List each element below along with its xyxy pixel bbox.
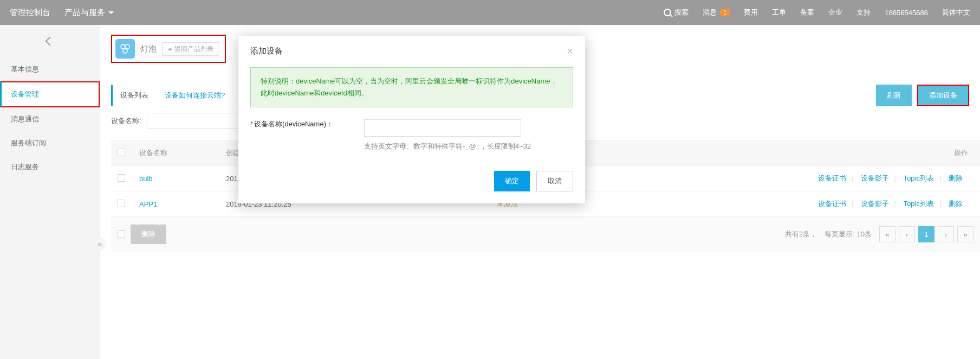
nav-ticket[interactable]: 工单 <box>772 8 786 17</box>
page-next[interactable]: › <box>938 226 954 242</box>
op-delete[interactable]: 删除 <box>949 200 963 208</box>
products-label: 产品与服务 <box>64 8 105 18</box>
modal-title: 添加设备 <box>250 46 283 56</box>
cancel-button[interactable]: 取消 <box>536 171 573 191</box>
back-label: 返回产品列表 <box>174 44 213 54</box>
products-menu[interactable]: 产品与服务 <box>64 8 114 18</box>
op-topic[interactable]: Topic列表 <box>904 200 934 208</box>
link-how-to-connect[interactable]: 设备如何连接云端? <box>165 91 225 100</box>
row-checkbox[interactable] <box>118 200 125 207</box>
caret-down-icon <box>108 11 114 14</box>
topbar: 管理控制台 产品与服务 搜索 消息 1 费用 工单 备案 企业 支持 18656… <box>0 0 980 25</box>
table-footer: 删除 共有2条， 每页显示: 10条 « ‹ 1 › » <box>111 217 980 252</box>
row-ops: 设备证书| 设备影子| Topic列表| 删除 <box>746 174 973 183</box>
chevron-left-icon <box>46 37 55 46</box>
refresh-button[interactable]: 刷新 <box>876 85 912 106</box>
col-ops-header: 操作 <box>746 148 973 158</box>
add-device-modal: 添加设备 × 特别说明：deviceName可以为空，当为空时，阿里云会颁发全局… <box>238 36 585 203</box>
col-name-header: 设备名称 <box>139 148 226 158</box>
device-name-input[interactable] <box>364 119 521 137</box>
device-name-label: *设备名称(deviceName)： <box>250 119 364 137</box>
close-icon[interactable]: × <box>567 46 573 56</box>
language-switch[interactable]: 简体中文 <box>942 8 970 17</box>
confirm-button[interactable]: 确定 <box>494 171 530 191</box>
page-last[interactable]: » <box>957 226 973 242</box>
product-header: 灯泡 返回产品列表 <box>111 35 226 63</box>
svg-point-1 <box>125 44 129 49</box>
sidebar-back-button[interactable] <box>0 25 100 57</box>
brand-label[interactable]: 管理控制台 <box>10 8 50 18</box>
pagination: « ‹ 1 › » <box>879 226 973 242</box>
messages-button[interactable]: 消息 1 <box>703 8 730 17</box>
add-device-button[interactable]: 添加设备 <box>917 85 969 106</box>
up-arrow-icon <box>168 48 172 50</box>
op-shadow[interactable]: 设备影子 <box>861 200 889 208</box>
device-name-link[interactable]: APP1 <box>139 200 157 208</box>
sidebar-item-device-manage[interactable]: 设备管理 <box>0 81 100 107</box>
page-prev[interactable]: ‹ <box>899 226 915 242</box>
search-button[interactable]: 搜索 <box>664 8 689 17</box>
account-phone[interactable]: 18656545686 <box>885 9 928 17</box>
svg-point-2 <box>123 49 127 53</box>
sidebar-item-message[interactable]: 消息通信 <box>0 107 100 131</box>
back-to-products-button[interactable]: 返回产品列表 <box>162 42 219 56</box>
messages-badge: 1 <box>720 9 730 16</box>
op-cert[interactable]: 设备证书 <box>818 174 846 182</box>
op-topic[interactable]: Topic列表 <box>904 174 934 182</box>
footer-select-all-checkbox[interactable] <box>118 230 125 238</box>
nav-beian[interactable]: 备案 <box>800 8 814 17</box>
device-name-hint: 支持英文字母、数字和特殊字符-_@.:，长度限制4~32 <box>364 141 537 152</box>
nav-support[interactable]: 支持 <box>856 8 871 17</box>
op-delete[interactable]: 删除 <box>949 174 963 182</box>
filter-label: 设备名称: <box>111 116 141 126</box>
nav-billing[interactable]: 费用 <box>744 8 758 17</box>
page-number[interactable]: 1 <box>918 226 934 242</box>
device-name-link[interactable]: bulb <box>139 175 153 183</box>
messages-label: 消息 <box>703 8 717 17</box>
tab-device-list[interactable]: 设备列表 <box>111 85 148 106</box>
required-marker: * <box>250 120 253 128</box>
row-checkbox[interactable] <box>118 174 125 182</box>
batch-delete-button[interactable]: 删除 <box>131 225 166 244</box>
search-label: 搜索 <box>674 8 689 17</box>
product-name: 灯泡 <box>140 44 157 54</box>
product-icon <box>115 39 135 59</box>
search-icon <box>664 9 671 16</box>
sidebar-item-log[interactable]: 日志服务 <box>0 155 100 179</box>
sidebar-item-basic[interactable]: 基本信息 <box>0 57 100 81</box>
per-page-label: 每页显示: 10条 <box>825 229 872 239</box>
total-count: 共有2条， <box>785 229 817 239</box>
page-first[interactable]: « <box>879 226 895 242</box>
svg-point-0 <box>121 44 125 49</box>
nav-enterprise[interactable]: 企业 <box>828 8 842 17</box>
sidebar-item-subscribe[interactable]: 服务端订阅 <box>0 131 100 155</box>
op-shadow[interactable]: 设备影子 <box>861 174 889 182</box>
select-all-checkbox[interactable] <box>118 149 125 156</box>
row-ops: 设备证书| 设备影子| Topic列表| 删除 <box>746 199 973 209</box>
modal-notice: 特别说明：deviceName可以为空，当为空时，阿里云会颁发全局唯一标识符作为… <box>250 67 573 107</box>
op-cert[interactable]: 设备证书 <box>818 200 846 208</box>
sidebar: 基本信息 设备管理 消息通信 服务端订阅 日志服务 ≡ <box>0 25 100 359</box>
